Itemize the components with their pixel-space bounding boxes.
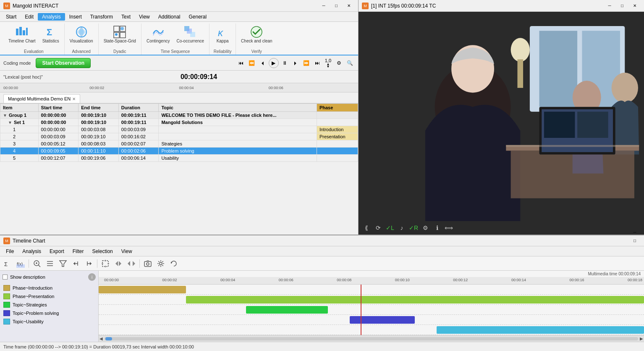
svg-rect-33 — [506, 145, 639, 147]
tl-menu-file[interactable]: File — [2, 248, 18, 255]
vid-info-btn[interactable]: ℹ — [432, 223, 442, 232]
menu-additional[interactable]: Additional — [154, 13, 185, 21]
video-minimize-btn[interactable]: ─ — [604, 2, 615, 10]
play-btn[interactable]: ▶ — [269, 58, 279, 68]
info-icon[interactable]: i — [88, 273, 96, 281]
ruler-tick-0: 00:00:00 — [3, 86, 18, 90]
cell-duration: 00:00:19:11 — [118, 112, 159, 119]
svg-rect-0 — [16, 29, 18, 35]
cell-duration: 00:00:02:07 — [118, 140, 159, 148]
pause-btn[interactable]: ⏸ — [280, 58, 290, 68]
tl-menu-export[interactable]: Export — [45, 248, 68, 255]
ribbon-btn-timeline-chart[interactable]: Timeline Chart — [6, 24, 38, 45]
menu-general[interactable]: General — [185, 13, 211, 21]
tl-arrow-right-btn[interactable] — [83, 258, 95, 269]
menubar: Start Edit Analysis Insert Transform Tex… — [0, 12, 358, 22]
tl-expand-btn[interactable] — [126, 258, 137, 269]
scrollbar-track[interactable] — [105, 337, 638, 340]
scrollbar-thumb[interactable] — [105, 337, 112, 340]
tl-menu-filter[interactable]: Filter — [68, 248, 88, 255]
tl-zoom-in-btn[interactable] — [31, 258, 43, 269]
menu-view[interactable]: View — [135, 13, 154, 21]
tl-menu-view[interactable]: View — [117, 248, 136, 255]
vid-check-r[interactable]: ✓R — [409, 223, 418, 232]
vid-back-btn[interactable]: ⟪ — [362, 223, 371, 232]
tl-filter-btn[interactable] — [57, 258, 69, 269]
video-close-btn[interactable]: ✕ — [629, 2, 641, 10]
table-row[interactable]: ▼Group 1 00:00:00:00 00:00:19:10 00:00:1… — [0, 112, 358, 119]
main-tab[interactable]: Mangold Multimedia Demo EN ✕ — [3, 94, 80, 103]
ribbon-btn-contingency[interactable]: Contingency — [144, 24, 173, 45]
vid-sync-btn[interactable]: ⟳ — [374, 223, 383, 232]
tl-menu-selection[interactable]: Selection — [88, 248, 117, 255]
tl-maximize-btn[interactable]: □ — [629, 237, 641, 245]
show-desc-checkbox[interactable] — [3, 274, 8, 280]
kappa-icon: κ — [216, 25, 229, 39]
vid-check-l[interactable]: ✓L — [385, 223, 395, 232]
close-btn[interactable]: ✕ — [343, 2, 355, 10]
settings-btn[interactable]: ⚙ — [334, 58, 344, 68]
ribbon-btn-state-space-grid[interactable]: State-Space-Grid — [101, 24, 139, 45]
table-row[interactable]: 5 00:00:12:07 00:00:19:06 00:00:06:14 Us… — [0, 155, 358, 162]
menu-start[interactable]: Start — [2, 13, 21, 21]
scroll-left-arrow[interactable]: ◀ — [99, 336, 103, 341]
tl-camera-btn[interactable] — [142, 258, 154, 269]
menu-insert[interactable]: Insert — [65, 13, 86, 21]
ribbon-btn-statistics[interactable]: Σ Statistics — [40, 24, 62, 45]
tl-arrow-left-btn[interactable] — [70, 258, 82, 269]
chart-ruler-tick-7: 00:00:14 — [511, 278, 526, 282]
ribbon-btn-check-clean[interactable]: Check and clean — [238, 24, 275, 45]
tl-select-btn[interactable] — [99, 258, 111, 269]
tab-close-btn[interactable]: ✕ — [72, 97, 76, 101]
statistics-icon: Σ — [44, 25, 58, 39]
tl-shrink-btn[interactable] — [113, 258, 124, 269]
tl-refresh-btn[interactable] — [168, 258, 180, 269]
search-btn[interactable]: 🔍 — [345, 58, 355, 68]
tl-list-btn[interactable] — [44, 258, 56, 269]
table-row[interactable]: ▼Set 1 00:00:00:00 00:00:19:10 00:00:19:… — [0, 119, 358, 126]
vid-settings-btn[interactable]: ⚙ — [421, 223, 430, 232]
go-start-btn[interactable]: ⏮ — [236, 58, 246, 68]
cell-end: 00:00:03:08 — [79, 126, 119, 133]
rewind-btn[interactable]: ⏪ — [247, 58, 257, 68]
table-row[interactable]: 3 00:00:05:12 00:00:08:03 00:00:02:07 St… — [0, 140, 358, 148]
table-row[interactable]: 2 00:00:03:09 00:00:19:10 00:00:16:02 Pr… — [0, 133, 358, 140]
tl-menu-analysis[interactable]: Analysis — [18, 248, 45, 255]
ribbon-btn-kappa[interactable]: κ Kappa — [212, 24, 233, 45]
coding-mode-label: Coding mode — [3, 61, 31, 66]
chart-scrollbar[interactable]: ◀ ▶ — [99, 335, 644, 342]
legend-item-3: Topic~Problem solving — [2, 309, 97, 317]
ribbon-group-evaluation: Timeline Chart Σ Statistics Evaluation — [3, 24, 65, 55]
cell-phase — [317, 112, 358, 119]
table-row[interactable]: 1 00:00:00:00 00:00:03:08 00:00:03:09 In… — [0, 126, 358, 133]
menu-edit[interactable]: Edit — [21, 13, 38, 21]
vid-music-btn[interactable]: ♪ — [397, 223, 406, 232]
step-back-btn[interactable]: ⏴ — [258, 58, 268, 68]
table-row[interactable]: 4 00:00:09:05 00:00:11:10 00:00:02:06 Pr… — [0, 148, 358, 155]
ribbon-btn-visualization[interactable]: Visualization — [67, 24, 96, 45]
step-fwd-btn[interactable]: ⏵ — [291, 58, 301, 68]
cell-duration: 00:00:06:14 — [118, 155, 159, 162]
tl-minimize-btn[interactable]: ─ — [629, 228, 641, 237]
speed-chevrons[interactable]: ▲▼ — [326, 63, 330, 68]
start-observation-btn[interactable]: Start Observation — [36, 58, 91, 68]
app-icon: M — [3, 3, 10, 9]
menu-text[interactable]: Text — [117, 13, 135, 21]
ribbon-btn-co-occurrence[interactable]: Co-occurrence — [174, 24, 207, 45]
track-phase-intro — [99, 285, 644, 295]
menu-transform[interactable]: Transform — [86, 13, 117, 21]
maximize-btn[interactable]: □ — [330, 2, 342, 10]
video-app-icon: M — [362, 3, 369, 9]
tl-settings-btn[interactable] — [155, 258, 167, 269]
scroll-right-arrow[interactable]: ▶ — [640, 336, 643, 341]
minimize-btn[interactable]: ─ — [318, 2, 330, 10]
track-topic-problem — [99, 315, 644, 325]
fast-fwd-btn[interactable]: ⏩ — [301, 58, 312, 68]
col-topic: Topic — [159, 104, 317, 112]
tl-sum-btn[interactable]: Σ — [2, 258, 13, 269]
go-end-btn[interactable]: ⏭ — [312, 58, 322, 68]
vid-expand-btn[interactable]: ⟺ — [444, 223, 453, 232]
tl-fx-btn[interactable]: f(x) — [15, 258, 26, 269]
menu-analysis[interactable]: Analysis — [38, 13, 65, 21]
video-maximize-btn[interactable]: □ — [616, 2, 628, 10]
